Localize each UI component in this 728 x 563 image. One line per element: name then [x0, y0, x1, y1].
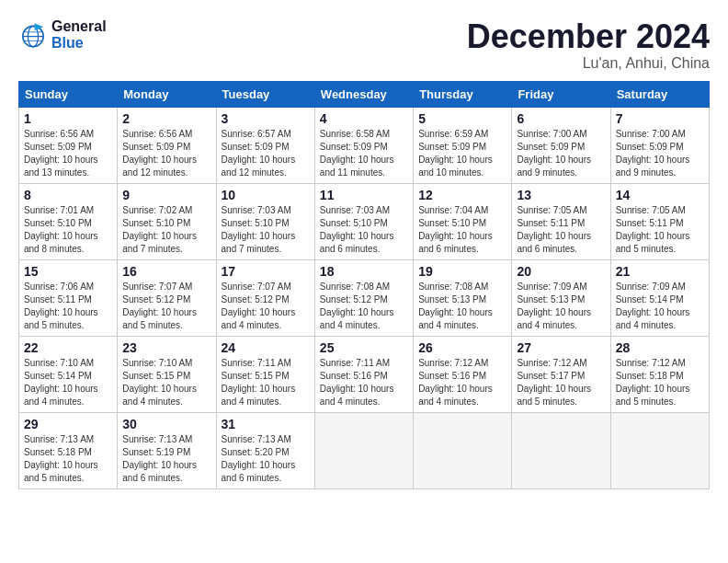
day-9: 9 Sunrise: 7:02 AMSunset: 5:10 PMDayligh… — [118, 183, 216, 259]
month-title: December 2024 — [467, 18, 710, 55]
page-header: General Blue December 2024 Lu'an, Anhui,… — [18, 18, 710, 72]
day-10: 10 Sunrise: 7:03 AMSunset: 5:10 PMDaylig… — [216, 183, 314, 259]
day-13: 13 Sunrise: 7:05 AMSunset: 5:11 PMDaylig… — [512, 183, 610, 259]
logo-text: General Blue — [51, 18, 107, 51]
header-wednesday: Wednesday — [314, 81, 413, 107]
day-12: 12 Sunrise: 7:04 AMSunset: 5:10 PMDaylig… — [414, 183, 512, 259]
day-6: 6 Sunrise: 7:00 AMSunset: 5:09 PMDayligh… — [512, 107, 610, 183]
calendar-table: Sunday Monday Tuesday Wednesday Thursday… — [18, 81, 710, 489]
day-31: 31 Sunrise: 7:13 AMSunset: 5:20 PMDaylig… — [216, 412, 314, 488]
day-28: 28 Sunrise: 7:12 AMSunset: 5:18 PMDaylig… — [610, 336, 709, 412]
logo-icon — [18, 20, 48, 50]
empty-cell-3 — [512, 412, 610, 488]
weekday-header-row: Sunday Monday Tuesday Wednesday Thursday… — [19, 81, 710, 107]
logo-blue: Blue — [51, 35, 107, 52]
day-14: 14 Sunrise: 7:05 AMSunset: 5:11 PMDaylig… — [610, 183, 709, 259]
empty-cell-1 — [314, 412, 413, 488]
day-15: 15 Sunrise: 7:06 AMSunset: 5:11 PMDaylig… — [19, 259, 118, 336]
day-20: 20 Sunrise: 7:09 AMSunset: 5:13 PMDaylig… — [512, 259, 610, 336]
day-1: 1 Sunrise: 6:56 AMSunset: 5:09 PMDayligh… — [19, 107, 118, 183]
day-3: 3 Sunrise: 6:57 AMSunset: 5:09 PMDayligh… — [216, 107, 314, 183]
day-21: 21 Sunrise: 7:09 AMSunset: 5:14 PMDaylig… — [610, 259, 709, 336]
day-7: 7 Sunrise: 7:00 AMSunset: 5:09 PMDayligh… — [610, 107, 709, 183]
day-8: 8 Sunrise: 7:01 AMSunset: 5:10 PMDayligh… — [19, 183, 118, 259]
day-30: 30 Sunrise: 7:13 AMSunset: 5:19 PMDaylig… — [118, 412, 216, 488]
day-16: 16 Sunrise: 7:07 AMSunset: 5:12 PMDaylig… — [118, 259, 216, 336]
header-thursday: Thursday — [414, 81, 512, 107]
header-monday: Monday — [118, 81, 216, 107]
title-block: December 2024 Lu'an, Anhui, China — [467, 18, 710, 72]
day-19: 19 Sunrise: 7:08 AMSunset: 5:13 PMDaylig… — [414, 259, 512, 336]
week-row-4: 22 Sunrise: 7:10 AMSunset: 5:14 PMDaylig… — [19, 336, 710, 412]
svg-marker-6 — [35, 23, 44, 30]
day-29: 29 Sunrise: 7:13 AMSunset: 5:18 PMDaylig… — [19, 412, 118, 488]
header-tuesday: Tuesday — [216, 81, 314, 107]
day-27: 27 Sunrise: 7:12 AMSunset: 5:17 PMDaylig… — [512, 336, 610, 412]
empty-cell-2 — [414, 412, 512, 488]
day-18: 18 Sunrise: 7:08 AMSunset: 5:12 PMDaylig… — [314, 259, 413, 336]
day-5: 5 Sunrise: 6:59 AMSunset: 5:09 PMDayligh… — [414, 107, 512, 183]
day-25: 25 Sunrise: 7:11 AMSunset: 5:16 PMDaylig… — [314, 336, 413, 412]
day-26: 26 Sunrise: 7:12 AMSunset: 5:16 PMDaylig… — [414, 336, 512, 412]
day-24: 24 Sunrise: 7:11 AMSunset: 5:15 PMDaylig… — [216, 336, 314, 412]
week-row-1: 1 Sunrise: 6:56 AMSunset: 5:09 PMDayligh… — [19, 107, 710, 183]
week-row-3: 15 Sunrise: 7:06 AMSunset: 5:11 PMDaylig… — [19, 259, 710, 336]
day-17: 17 Sunrise: 7:07 AMSunset: 5:12 PMDaylig… — [216, 259, 314, 336]
empty-cell-4 — [610, 412, 709, 488]
header-friday: Friday — [512, 81, 610, 107]
day-22: 22 Sunrise: 7:10 AMSunset: 5:14 PMDaylig… — [19, 336, 118, 412]
day-23: 23 Sunrise: 7:10 AMSunset: 5:15 PMDaylig… — [118, 336, 216, 412]
day-4: 4 Sunrise: 6:58 AMSunset: 5:09 PMDayligh… — [314, 107, 413, 183]
location: Lu'an, Anhui, China — [467, 55, 710, 72]
logo-general: General — [51, 18, 107, 35]
header-sunday: Sunday — [19, 81, 118, 107]
week-row-2: 8 Sunrise: 7:01 AMSunset: 5:10 PMDayligh… — [19, 183, 710, 259]
day-11: 11 Sunrise: 7:03 AMSunset: 5:10 PMDaylig… — [314, 183, 413, 259]
week-row-5: 29 Sunrise: 7:13 AMSunset: 5:18 PMDaylig… — [19, 412, 710, 488]
header-saturday: Saturday — [610, 81, 709, 107]
day-2: 2 Sunrise: 6:56 AMSunset: 5:09 PMDayligh… — [118, 107, 216, 183]
logo: General Blue — [18, 18, 107, 51]
